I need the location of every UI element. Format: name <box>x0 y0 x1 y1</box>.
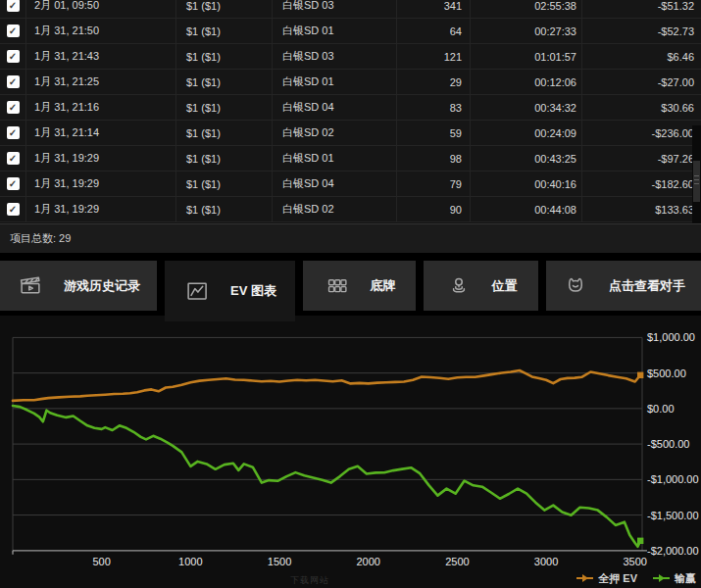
svg-text:$1,000.00: $1,000.00 <box>647 331 695 343</box>
tab-ev-chart[interactable]: EV 图表 <box>165 261 295 321</box>
row-checkbox-cell: ✓ <box>0 19 26 43</box>
row-checkbox[interactable]: ✓ <box>7 24 20 37</box>
row-checkbox-cell: ✓ <box>0 95 26 120</box>
legend-item-ev[interactable]: 全押 EV <box>576 571 637 586</box>
session-date: 1月 31, 19:29 <box>26 172 176 196</box>
session-date: 1月 31, 19:29 <box>26 146 176 171</box>
session-duration: 00:44:08 <box>471 197 582 221</box>
session-hands: 59 <box>397 121 471 145</box>
session-duration: 00:43:25 <box>471 146 582 171</box>
session-result: -$51.32 <box>582 0 701 18</box>
row-checkbox[interactable]: ✓ <box>7 50 20 63</box>
session-game: 白银SD 01 <box>273 19 397 43</box>
svg-text:500: 500 <box>92 556 110 567</box>
svg-text:$0.00: $0.00 <box>647 403 675 415</box>
session-duration: 00:34:32 <box>471 95 582 120</box>
ev-series-marker <box>576 573 593 583</box>
session-hands: 341 <box>397 0 471 18</box>
row-checkbox-cell: ✓ <box>0 70 26 94</box>
row-checkbox-cell: ✓ <box>0 172 26 196</box>
table-row[interactable]: ✓1月 31, 19:29$1 ($1)白银SD 047900:40:16-$1… <box>0 172 701 197</box>
session-stakes: $1 ($1) <box>176 121 273 145</box>
session-result: -$27.00 <box>582 70 701 94</box>
session-date: 1月 31, 21:14 <box>26 121 176 145</box>
session-stakes: $1 ($1) <box>176 172 273 196</box>
session-duration: 00:24:09 <box>471 121 582 145</box>
row-checkbox-cell: ✓ <box>0 121 26 145</box>
legend-item-winnings[interactable]: 输赢 <box>653 571 696 586</box>
session-date: 1月 31, 21:16 <box>26 95 176 120</box>
tab-label: 位置 <box>492 277 518 295</box>
ev-chart-panel: $1,000.00$500.00$0.00-$500.00-$1,000.00-… <box>0 316 701 588</box>
session-result: $133.63 <box>582 197 701 221</box>
legend-label: 全押 EV <box>598 571 637 586</box>
tab-view-opponents[interactable]: 点击查看对手 <box>546 261 701 311</box>
session-hands: 79 <box>397 172 471 196</box>
session-game: 白银SD 01 <box>273 70 397 94</box>
clapperboard-icon <box>17 272 44 300</box>
row-checkbox-cell: ✓ <box>0 146 26 171</box>
status-bar: 项目总数: 29 <box>0 223 701 253</box>
session-duration: 00:27:33 <box>471 19 582 43</box>
table-row[interactable]: ✓1月 31, 21:25$1 ($1)白银SD 012900:12:06-$2… <box>0 70 701 95</box>
row-checkbox[interactable]: ✓ <box>7 101 20 114</box>
svg-text:-$1,500.00: -$1,500.00 <box>647 510 699 521</box>
session-duration: 02:55:38 <box>471 0 582 18</box>
session-result: -$182.60 <box>582 172 701 196</box>
session-table-body: ✓2月 01, 09:50$1 ($1)白银SD 0334102:55:38-$… <box>0 0 701 222</box>
table-row[interactable]: ✓1月 31, 19:29$1 ($1)白银SD 019800:43:25-$9… <box>0 146 701 172</box>
session-game: 白银SD 03 <box>273 0 397 18</box>
session-date: 1月 31, 19:29 <box>26 197 176 221</box>
svg-text:$500.00: $500.00 <box>647 368 686 379</box>
tab-label: EV 图表 <box>230 282 276 300</box>
tab-label: 底牌 <box>371 277 396 295</box>
session-stakes: $1 ($1) <box>176 19 273 43</box>
tab-game-history[interactable]: 游戏历史记录 <box>0 261 157 311</box>
table-row[interactable]: ✓1月 31, 21:43$1 ($1)白银SD 0312101:01:57$6… <box>0 44 701 70</box>
session-duration: 01:01:57 <box>471 44 582 69</box>
session-hands: 64 <box>397 19 471 43</box>
row-checkbox-cell: ✓ <box>0 197 26 221</box>
row-checkbox[interactable]: ✓ <box>7 152 20 165</box>
line-chart-icon <box>183 277 211 305</box>
table-row[interactable]: ✓1月 31, 21:16$1 ($1)白银SD 048300:34:32$30… <box>0 95 701 121</box>
total-items-label: 项目总数: 29 <box>10 231 71 246</box>
tab-label: 点击查看对手 <box>609 277 685 295</box>
table-scrollbar-thumb[interactable] <box>693 161 700 202</box>
table-scrollbar[interactable] <box>692 125 701 224</box>
row-checkbox[interactable]: ✓ <box>7 126 20 139</box>
chart-watermark: 下载网站 <box>290 574 329 587</box>
row-checkbox[interactable]: ✓ <box>7 177 20 190</box>
svg-text:3500: 3500 <box>624 556 647 567</box>
tab-position[interactable]: 位置 <box>424 261 538 311</box>
svg-text:-$2,000.00: -$2,000.00 <box>647 545 699 557</box>
session-date: 2月 01, 09:50 <box>26 0 176 18</box>
session-game: 白银SD 04 <box>273 95 397 120</box>
session-result: -$236.00 <box>582 121 701 145</box>
winnings-series-marker <box>653 573 670 583</box>
svg-text:-$1,000.00: -$1,000.00 <box>647 473 699 485</box>
session-stakes: $1 ($1) <box>176 95 273 120</box>
session-game: 白银SD 03 <box>273 44 397 69</box>
table-row[interactable]: ✓1月 31, 21:50$1 ($1)白银SD 016400:27:33-$5… <box>0 19 701 44</box>
session-hands: 83 <box>397 95 471 120</box>
row-checkbox[interactable]: ✓ <box>7 75 20 88</box>
session-result: $30.66 <box>582 95 701 120</box>
session-stakes: $1 ($1) <box>176 44 273 69</box>
table-row[interactable]: ✓1月 31, 19:29$1 ($1)白银SD 029000:44:08$13… <box>0 197 701 222</box>
legend-label: 输赢 <box>675 571 696 586</box>
session-date: 1月 31, 21:25 <box>26 70 176 94</box>
session-stakes: $1 ($1) <box>176 146 273 171</box>
svg-text:3000: 3000 <box>534 556 558 567</box>
row-checkbox[interactable]: ✓ <box>7 0 20 12</box>
svg-text:1000: 1000 <box>178 556 202 567</box>
tab-hole-cards[interactable]: 底牌 <box>303 261 416 311</box>
svg-text:2000: 2000 <box>356 556 379 567</box>
session-game: 白银SD 04 <box>273 172 397 196</box>
row-checkbox[interactable]: ✓ <box>7 203 20 216</box>
table-row[interactable]: ✓1月 31, 21:14$1 ($1)白银SD 025900:24:09-$2… <box>0 121 701 146</box>
session-game: 白银SD 01 <box>273 146 397 171</box>
table-row[interactable]: ✓2月 01, 09:50$1 ($1)白银SD 0334102:55:38-$… <box>0 0 701 19</box>
session-hands: 90 <box>397 197 471 221</box>
session-stakes: $1 ($1) <box>176 0 273 18</box>
